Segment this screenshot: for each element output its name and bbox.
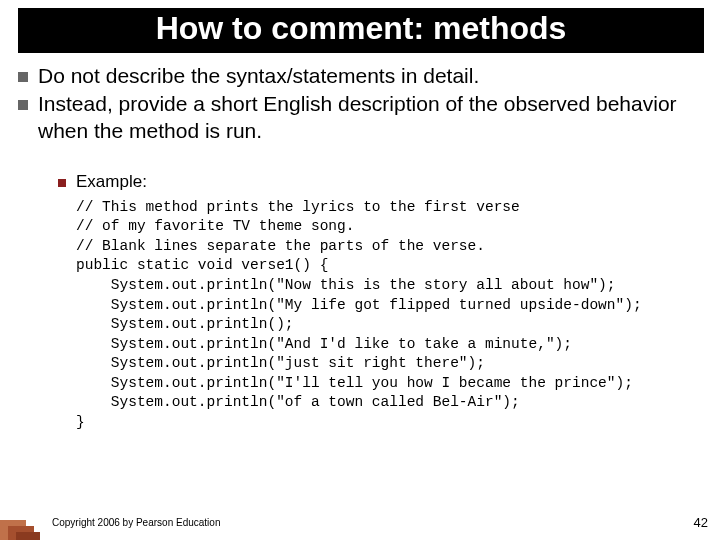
content-area: Do not describe the syntax/statements in… bbox=[0, 53, 720, 433]
square-bullet-icon bbox=[58, 179, 66, 187]
bullet-text: Instead, provide a short English descrip… bbox=[38, 91, 702, 144]
example-label: Example: bbox=[76, 172, 147, 192]
square-bullet-icon bbox=[18, 72, 28, 82]
square-bullet-icon bbox=[18, 100, 28, 110]
list-item: Do not describe the syntax/statements in… bbox=[18, 63, 702, 89]
title-bar: How to comment: methods bbox=[18, 8, 704, 53]
footer-decoration-icon bbox=[0, 510, 40, 540]
list-item: Instead, provide a short English descrip… bbox=[18, 91, 702, 144]
sub-list-item: Example: bbox=[58, 172, 702, 192]
code-block: // This method prints the lyrics to the … bbox=[76, 198, 702, 433]
example-section: Example: bbox=[58, 172, 702, 192]
page-number: 42 bbox=[694, 515, 708, 530]
main-bullet-list: Do not describe the syntax/statements in… bbox=[18, 63, 702, 144]
bullet-text: Do not describe the syntax/statements in… bbox=[38, 63, 479, 89]
copyright-text: Copyright 2006 by Pearson Education bbox=[52, 517, 220, 528]
slide-title: How to comment: methods bbox=[18, 10, 704, 47]
